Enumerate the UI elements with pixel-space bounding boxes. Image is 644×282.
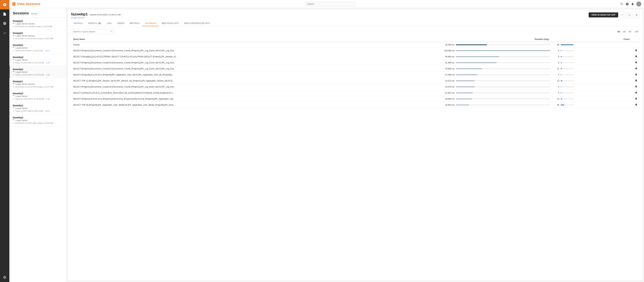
sidebar-icon-logo[interactable] — [0, 0, 10, 10]
sidebar-icon-settings[interactable] — [0, 272, 10, 282]
col-header-action — [633, 37, 639, 42]
trash-icon[interactable] — [635, 85, 637, 88]
table-row: SELECT [Project1].[Occurrence_Count] AS … — [71, 66, 639, 72]
col-header-2[interactable]: Count ↓ — [552, 37, 633, 42]
duration-text: 21,631 ms — [440, 92, 454, 94]
trash-cell[interactable] — [633, 66, 639, 72]
col-header-1[interactable]: Duration (Avg) ↓ — [438, 37, 552, 42]
sidebar-icon-info[interactable] — [0, 19, 10, 28]
session-item[interactable]: fazwebp2 Loupe Server Today 12:10:02 AM … — [10, 54, 66, 66]
pagination-50[interactable]: 50 — [628, 30, 632, 33]
count-text: 3 — [554, 86, 559, 88]
trash-cell[interactable] — [633, 60, 639, 66]
count-cell: 11 — [552, 66, 633, 72]
trash-cell[interactable] — [633, 96, 639, 102]
count-cell: 28 — [552, 102, 633, 108]
session-item-service: Loupe Server — [13, 119, 63, 122]
pagination-100[interactable]: 100 — [634, 30, 639, 33]
session-item[interactable]: fazwebp2 Loupe Server Today 12:10:02 AM … — [10, 90, 66, 102]
tab-users[interactable]: USERS — [114, 20, 127, 26]
query-name-cell: SELECT [Project1].[Occurrence_Count] AS … — [71, 66, 438, 72]
session-item[interactable]: fazwebp1 Loupe Server Today 12:00:01 AM … — [10, 66, 66, 78]
query-name-cell: SELECT [Project1].[C4] AS [C1], [Project… — [71, 96, 438, 102]
user-avatar[interactable] — [636, 2, 641, 6]
trash-cell[interactable] — [633, 54, 639, 60]
sidebar-icon-check[interactable] — [0, 28, 10, 38]
more-options-button[interactable] — [620, 12, 625, 18]
trash-cell[interactable] — [633, 72, 639, 78]
session-item-name: fazwebp1 — [13, 44, 63, 46]
trash-icon[interactable] — [635, 91, 637, 94]
duration-text: 16,943 ms — [440, 104, 454, 106]
trash-icon[interactable] — [635, 49, 637, 52]
duration-cell: 27,069 ms — [438, 72, 552, 78]
session-item[interactable]: fazappp1 Loupe Server Service 01/11/2022… — [10, 78, 66, 90]
duration-cell: 54,664 ms — [438, 54, 552, 60]
trash-icon[interactable] — [635, 104, 637, 106]
col-header-0[interactable]: Query Name — [71, 37, 438, 42]
detail-link[interactable]: Loupe Server — [71, 16, 84, 19]
session-item-service: Loupe Server — [13, 71, 63, 73]
db-toolbar: 102050100 — [71, 29, 639, 34]
bell-icon[interactable] — [631, 2, 634, 6]
query-name-cell: Overall — [71, 42, 438, 48]
count-cell: 5 — [552, 90, 633, 96]
pagination-10[interactable]: 10 — [616, 30, 621, 33]
sessions-header: Sessions history — [10, 8, 66, 18]
help-icon[interactable] — [626, 2, 629, 6]
session-item-time: 01/11/2022 11:02:32 PM to today 11:38:49… — [13, 38, 63, 40]
session-item-version: 4.10. — [46, 98, 50, 100]
trash-icon[interactable] — [635, 79, 637, 82]
count-text: 98 — [554, 44, 559, 46]
table-row: SELECT [Project1].[Occurrence_Count] AS … — [71, 60, 639, 66]
count-text: 9 — [554, 56, 559, 58]
session-item[interactable]: fazappp2 Loupe Server Service 01/11/2022… — [10, 30, 66, 42]
trash-cell[interactable] — [633, 90, 639, 96]
tab-database[interactable]: DATABASE — [142, 20, 159, 26]
trash-icon[interactable] — [635, 73, 637, 76]
session-item[interactable]: fazappp2 Loupe Server Service 01/13/2022… — [10, 18, 66, 30]
trash-icon[interactable] — [635, 67, 637, 70]
topbar-search-input[interactable] — [305, 2, 355, 6]
duration-cell: 51,499 ms — [438, 60, 552, 66]
duration-cell: 33,835 ms — [438, 66, 552, 72]
trash-icon[interactable] — [635, 61, 637, 64]
duration-text: 39,259 ms — [440, 44, 454, 46]
query-name-cell: SELECT [Limit1].[C1] AS [C1], [Limit1].[… — [71, 90, 438, 96]
tab-web-page-hits[interactable]: WEB PAGE HITS — [159, 20, 182, 26]
pagination-20[interactable]: 20 — [622, 30, 626, 33]
trash-icon[interactable] — [635, 98, 637, 100]
count-text: 28 — [554, 104, 559, 106]
duration-cell: 23,513 ms — [438, 78, 552, 84]
search-icon[interactable] — [620, 2, 624, 6]
session-item[interactable]: fazwebp2 Loupe Server 01/20/2022 12:10:0… — [10, 114, 66, 126]
session-item-service: Loupe Server — [13, 59, 63, 61]
tab-metrics[interactable]: METRICS — [127, 20, 142, 26]
session-item-time: 01/20/2022 12:10:01 AM to today 12:10:03… — [13, 122, 63, 124]
close-button[interactable] — [634, 12, 639, 18]
detail-title-area: fazwebp1 started 01/21/2022 12:00:01 AM … — [71, 12, 121, 19]
tab-log[interactable]: LOG — [104, 20, 114, 26]
query-name-cell: SELECT TOP (1) [Project1].[PK_Session_Id… — [71, 78, 438, 84]
detail-started: started 01/21/2022 12:00:01 AM — [90, 14, 121, 16]
trash-cell[interactable] — [633, 48, 639, 54]
trash-icon[interactable] — [635, 55, 637, 58]
duration-cell: 19,930 ms — [438, 96, 552, 102]
sidebar-icon-sessions[interactable] — [0, 10, 10, 19]
duration-cell: 39,259 ms — [438, 42, 552, 48]
session-item[interactable]: fazwebp1 Loupe Server Today 12:00:01 AM … — [10, 102, 66, 114]
trash-cell[interactable] — [633, 102, 639, 108]
trash-cell[interactable] — [633, 84, 639, 90]
tab-events[interactable]: EVENTS32 — [85, 20, 104, 26]
expand-button[interactable] — [626, 12, 632, 18]
detail-actions: VIEW IN DESKTOP APP — [589, 12, 639, 18]
tab-web-controller-hits[interactable]: WEB CONTROLLER HITS — [181, 20, 213, 26]
query-search-box[interactable] — [71, 29, 115, 34]
query-search-input[interactable] — [73, 30, 110, 33]
table-row: SELECT [Project9].[C1] AS [C1], [Project… — [71, 72, 639, 78]
session-item[interactable]: fazwebp1 Loupe Server Today 9:29:54 AM t… — [10, 42, 66, 54]
session-item-name: fazappp2 — [13, 32, 63, 34]
view-desktop-button[interactable]: VIEW IN DESKTOP APP — [589, 12, 618, 18]
tab-details[interactable]: DETAILS — [71, 20, 85, 26]
trash-cell[interactable] — [633, 78, 639, 84]
